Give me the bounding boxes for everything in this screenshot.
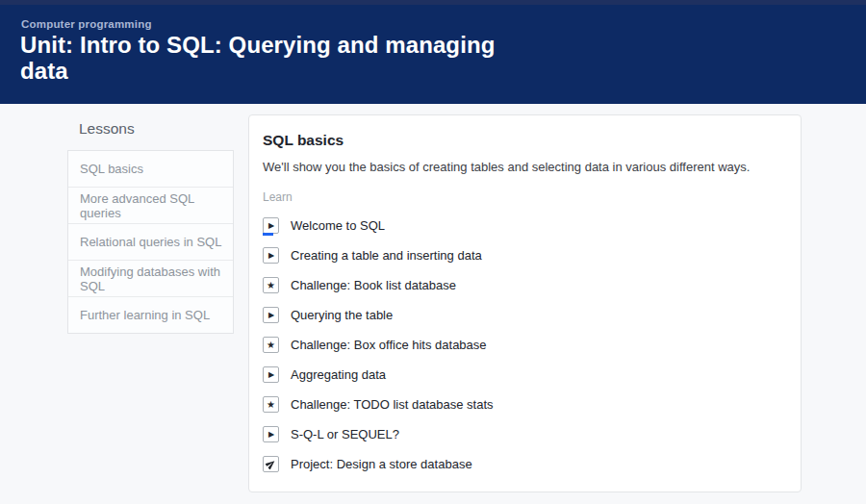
- learn-item-label: Welcome to SQL: [291, 218, 385, 233]
- lessons-list: SQL basicsMore advanced SQL queriesRelat…: [67, 150, 234, 334]
- lessons-heading: Lessons: [79, 120, 234, 138]
- play-icon: ▶: [263, 217, 279, 234]
- lesson-card: SQL basics We'll show you the basics of …: [248, 114, 802, 492]
- unit-header: Computer programming Unit: Intro to SQL:…: [0, 0, 866, 104]
- sidebar-lesson-item[interactable]: Relational queries in SQL: [68, 223, 233, 260]
- learn-section-label: Learn: [263, 190, 787, 204]
- play-icon: ▶: [263, 366, 279, 383]
- lesson-title: SQL basics: [263, 132, 787, 149]
- learn-item-label: S-Q-L or SEQUEL?: [291, 427, 399, 441]
- breadcrumb[interactable]: Computer programming: [21, 18, 152, 30]
- progress-indicator: [263, 233, 273, 236]
- learn-item[interactable]: ★Challenge: Box office hits database: [263, 330, 787, 360]
- learn-item[interactable]: Project: Design a store database: [263, 449, 787, 479]
- lesson-description: We'll show you the basics of creating ta…: [263, 160, 787, 175]
- learn-item-label: Challenge: Box office hits database: [291, 338, 487, 352]
- project-icon: [263, 456, 279, 472]
- learn-item[interactable]: ▶Aggregating data: [263, 360, 787, 390]
- learn-item[interactable]: ▶Welcome to SQL: [263, 211, 787, 240]
- learn-item-label: Project: Design a store database: [291, 457, 472, 471]
- star-icon: ★: [263, 277, 279, 293]
- sidebar-lesson-item[interactable]: More advanced SQL queries: [68, 187, 233, 223]
- learn-items-list: ▶Welcome to SQL▶Creating a table and ins…: [263, 211, 787, 479]
- play-icon: ▶: [263, 426, 279, 442]
- sidebar-lesson-item[interactable]: Modifying databases with SQL: [68, 260, 233, 296]
- learn-item[interactable]: ★Challenge: TODO list database stats: [263, 390, 787, 419]
- lessons-sidebar: Lessons SQL basicsMore advanced SQL quer…: [67, 120, 234, 334]
- sidebar-lesson-item[interactable]: SQL basics: [68, 151, 233, 187]
- star-icon: ★: [263, 337, 279, 353]
- learn-item[interactable]: ▶Querying the table: [263, 300, 787, 330]
- learn-item[interactable]: ★Challenge: Book list database: [263, 270, 787, 300]
- sidebar-lesson-item[interactable]: Further learning in SQL: [68, 296, 233, 333]
- learn-item-label: Challenge: Book list database: [291, 278, 456, 292]
- learn-item[interactable]: ▶S-Q-L or SEQUEL?: [263, 419, 787, 449]
- learn-item-label: Querying the table: [291, 308, 393, 322]
- play-icon: ▶: [263, 247, 279, 264]
- page: Computer programming Unit: Intro to SQL:…: [0, 0, 866, 504]
- page-title: Unit: Intro to SQL: Querying and managin…: [20, 32, 521, 84]
- learn-item[interactable]: ▶Creating a table and inserting data: [263, 240, 787, 270]
- star-icon: ★: [263, 396, 279, 413]
- learn-item-label: Challenge: TODO list database stats: [291, 397, 494, 412]
- learn-item-label: Aggregating data: [291, 367, 386, 382]
- play-icon: ▶: [263, 307, 279, 323]
- header-top-strip: [0, 0, 866, 5]
- learn-item-label: Creating a table and inserting data: [291, 248, 482, 263]
